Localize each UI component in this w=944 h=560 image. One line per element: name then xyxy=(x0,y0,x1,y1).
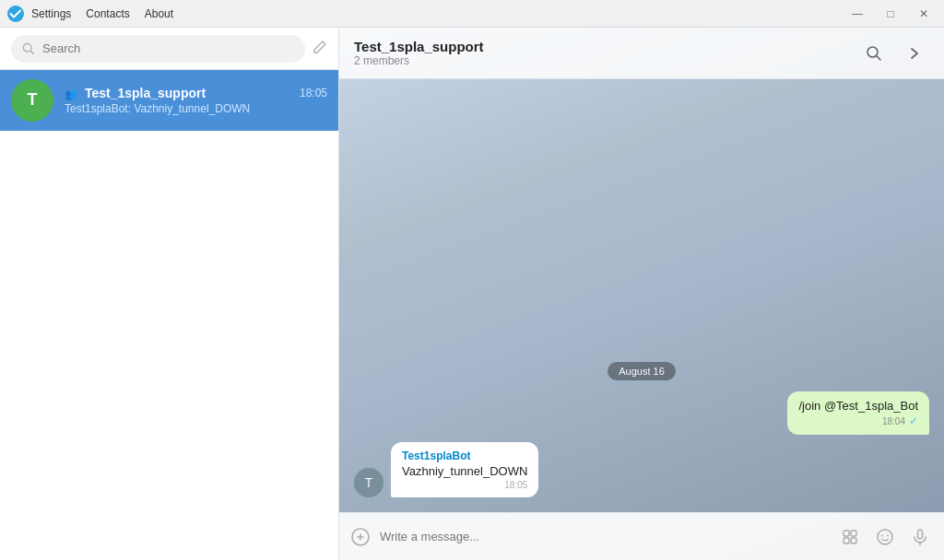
edit-icon[interactable] xyxy=(313,40,327,58)
svg-text:T: T xyxy=(365,475,373,490)
message-input[interactable] xyxy=(380,530,828,543)
more-options-button[interactable] xyxy=(900,39,929,68)
chat-header-name: Test_1spla_support xyxy=(354,39,859,54)
message-time: 18:05 xyxy=(504,480,527,490)
svg-text:T: T xyxy=(28,90,38,109)
svg-line-6 xyxy=(877,55,881,60)
search-bar xyxy=(0,28,338,70)
messages-area: August 16 /join @Test_1spla_Bot 18:04 ✓ xyxy=(339,79,944,512)
sidebar: T 👥 Test_1spla_support 18:05 Test1splaBo… xyxy=(0,28,339,560)
chat-name: 👥 Test_1spla_support xyxy=(65,86,206,100)
svg-rect-10 xyxy=(844,531,849,536)
title-bar: Settings Contacts About — □ ✕ xyxy=(0,0,944,28)
sender-name: Test1splaBot xyxy=(402,449,527,462)
app-logo xyxy=(7,6,24,22)
chat-header-actions xyxy=(859,39,929,68)
svg-point-16 xyxy=(887,534,889,536)
search-chat-button[interactable] xyxy=(859,39,889,68)
svg-point-15 xyxy=(881,534,883,536)
date-badge: August 16 xyxy=(608,362,676,380)
search-icon xyxy=(22,42,35,55)
message-incoming: T Test1splaBot Vazhniy_tunnel_DOWN 18:05 xyxy=(354,442,929,497)
svg-rect-12 xyxy=(844,538,849,543)
menu-contacts[interactable]: Contacts xyxy=(86,7,129,20)
messages-bottom: /join @Test_1spla_Bot 18:04 ✓ T xyxy=(354,391,929,497)
search-input-wrap[interactable] xyxy=(11,35,305,63)
message-text: Vazhniy_tunnel_DOWN xyxy=(402,464,527,478)
chat-list: T 👥 Test_1spla_support 18:05 Test1splaBo… xyxy=(0,70,338,560)
chat-panel: Test_1spla_support 2 members xyxy=(339,28,944,560)
svg-rect-17 xyxy=(918,530,923,539)
svg-rect-13 xyxy=(851,538,856,543)
svg-line-2 xyxy=(30,51,33,53)
svg-point-14 xyxy=(878,530,892,544)
svg-rect-11 xyxy=(851,531,856,536)
chat-header-info: Test_1spla_support 2 members xyxy=(354,39,859,67)
window-controls: — □ ✕ xyxy=(844,5,937,23)
message-time: 18:04 xyxy=(882,416,905,426)
chat-header-members: 2 members xyxy=(354,54,859,67)
date-divider: August 16 xyxy=(354,362,929,380)
sender-avatar: T xyxy=(354,468,384,497)
chat-time: 18:05 xyxy=(300,87,327,99)
voice-button[interactable] xyxy=(907,524,933,550)
message-outgoing: /join @Test_1spla_Bot 18:04 ✓ xyxy=(354,391,929,435)
menu-settings[interactable]: Settings xyxy=(31,7,71,20)
restore-button[interactable]: □ xyxy=(878,5,903,23)
menu-about[interactable]: About xyxy=(145,7,173,20)
message-text: /join @Test_1spla_Bot xyxy=(798,399,918,413)
avatar: T xyxy=(11,79,53,122)
command-button[interactable] xyxy=(837,524,863,550)
chat-info: 👥 Test_1spla_support 18:05 Test1splaBot:… xyxy=(65,86,327,115)
close-button[interactable]: ✕ xyxy=(911,5,937,23)
chat-preview: Test1splaBot: Vazhniy_tunnel_DOWN xyxy=(65,102,327,115)
message-bubble-out: /join @Test_1spla_Bot 18:04 ✓ xyxy=(787,391,929,435)
input-bar xyxy=(339,512,944,560)
message-bubble-in: Test1splaBot Vazhniy_tunnel_DOWN 18:05 xyxy=(391,442,538,497)
minimize-button[interactable]: — xyxy=(844,5,870,23)
search-input[interactable] xyxy=(42,41,294,55)
read-check-icon: ✓ xyxy=(909,414,918,427)
group-icon: 👥 xyxy=(65,88,77,99)
attach-button[interactable] xyxy=(350,527,371,547)
chat-header: Test_1spla_support 2 members xyxy=(339,28,944,79)
chat-item[interactable]: T 👥 Test_1spla_support 18:05 Test1splaBo… xyxy=(0,70,338,131)
emoji-button[interactable] xyxy=(872,524,898,550)
menu-bar: Settings Contacts About xyxy=(31,7,173,20)
main-layout: T 👥 Test_1spla_support 18:05 Test1splaBo… xyxy=(0,28,944,560)
